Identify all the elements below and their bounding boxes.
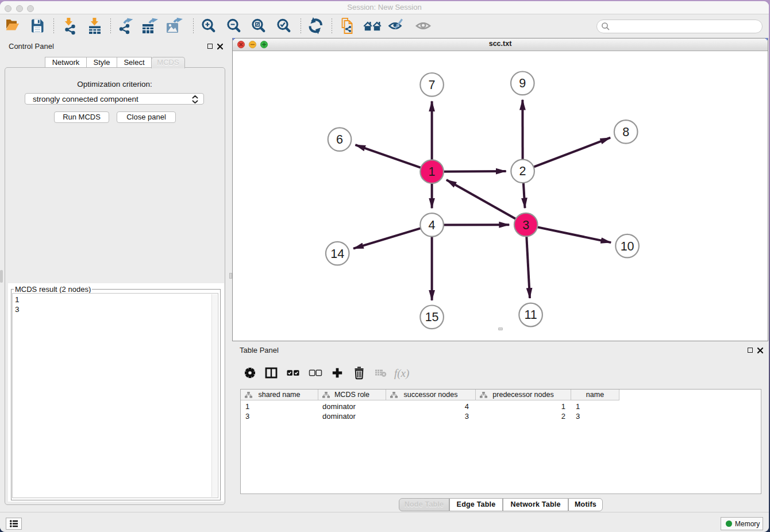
svg-text:4: 4	[429, 218, 436, 232]
svg-text:14: 14	[330, 247, 344, 261]
svg-text:15: 15	[425, 310, 439, 324]
svg-text:8: 8	[622, 125, 629, 139]
svg-text:3: 3	[522, 218, 529, 232]
svg-text:11: 11	[524, 309, 537, 322]
svg-text:2: 2	[519, 164, 526, 178]
svg-text:10: 10	[621, 240, 634, 253]
svg-text:f(x): f(x)	[394, 367, 409, 380]
svg-text:7: 7	[429, 78, 436, 92]
svg-text:9: 9	[519, 76, 526, 90]
svg-text:1: 1	[429, 165, 436, 179]
svg-text:6: 6	[336, 133, 343, 147]
